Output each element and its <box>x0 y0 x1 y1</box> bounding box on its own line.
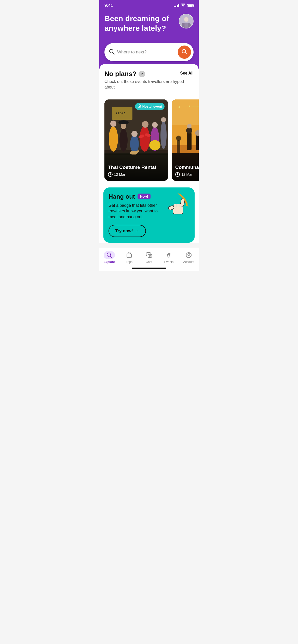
hangout-section: Hang out New! Get a badge that lets othe… <box>103 187 195 243</box>
events-icon <box>165 251 173 259</box>
events-row: 2 FOR 1 <box>99 95 199 185</box>
svg-line-7 <box>113 52 115 54</box>
new-badge: New! <box>138 194 151 199</box>
svg-rect-5 <box>184 23 188 28</box>
svg-point-61 <box>176 136 181 141</box>
nav-label-events: Events <box>164 260 174 264</box>
event-date-1: 12 Mar <box>114 172 125 177</box>
trips-icon <box>125 251 133 259</box>
svg-point-19 <box>118 120 129 124</box>
svg-point-21 <box>131 131 138 137</box>
svg-rect-60 <box>177 140 180 153</box>
nav-item-trips[interactable]: Trips <box>119 251 139 264</box>
status-icons <box>174 4 194 8</box>
clock-icon-2 <box>175 172 180 177</box>
event-date-2: 12 Mar <box>181 172 193 177</box>
try-now-arrow: → <box>135 228 139 233</box>
nav-label-chat: Chat <box>146 260 152 264</box>
hangout-hand-icon <box>167 193 189 219</box>
svg-line-9 <box>185 52 187 54</box>
svg-point-23 <box>142 121 148 128</box>
nav-label-explore: Explore <box>104 260 115 264</box>
hangout-title: Hang out <box>109 193 135 200</box>
event-card-2[interactable]: Communal Dinn 12 Mar <box>172 99 199 181</box>
header: Been dreaming of anywhere lately? <box>99 10 199 43</box>
hangout-title-row: Hang out New! <box>109 193 164 200</box>
account-icon <box>185 251 193 259</box>
svg-point-22 <box>140 126 150 152</box>
no-plans-title: No plans? <box>104 70 137 78</box>
avatar[interactable] <box>179 14 194 28</box>
svg-point-20 <box>130 135 139 153</box>
event-badge-text-1: Hostel event <box>142 105 162 108</box>
svg-point-17 <box>119 129 128 152</box>
search-icon-left <box>109 49 115 56</box>
svg-rect-79 <box>148 254 152 257</box>
nav-label-account: Account <box>183 260 194 264</box>
hangout-content: Hang out New! Get a badge that lets othe… <box>109 193 164 237</box>
card-date-row-1: 12 Mar <box>108 172 165 177</box>
card-date-row-2: 12 Mar <box>175 172 199 177</box>
clock-icon-1 <box>108 172 113 177</box>
nav-item-events[interactable]: Events <box>159 251 179 264</box>
svg-point-33 <box>137 150 139 152</box>
svg-rect-36 <box>139 106 140 107</box>
svg-point-30 <box>161 117 166 122</box>
event-badge-1: Hostel event <box>135 103 165 110</box>
svg-point-46 <box>189 106 190 107</box>
search-button[interactable] <box>178 46 191 59</box>
bottom-nav: Explore Trips Chat <box>99 248 199 271</box>
svg-text:2 FOR 1: 2 FOR 1 <box>116 112 126 115</box>
status-time: 9:41 <box>104 3 113 8</box>
card-overlay-1: Thai Costume Rental 12 Mar <box>104 154 168 181</box>
search-placeholder[interactable]: Where to next? <box>117 50 175 55</box>
svg-point-3 <box>184 17 188 22</box>
svg-point-83 <box>188 253 190 255</box>
page-title: Been dreaming of anywhere lately? <box>104 14 176 33</box>
search-button-icon <box>182 49 187 56</box>
svg-point-45 <box>179 106 180 108</box>
no-plans-header: No plans? ? See All <box>104 70 194 78</box>
svg-point-16 <box>110 121 116 127</box>
svg-rect-50 <box>187 133 192 150</box>
main-content: No plans? ? See All Check out these even… <box>99 64 199 243</box>
battery-icon <box>187 4 194 7</box>
nav-item-chat[interactable]: Chat <box>139 251 159 264</box>
nav-label-trips: Trips <box>126 260 132 264</box>
help-badge[interactable]: ? <box>139 71 145 77</box>
svg-line-74 <box>110 256 112 258</box>
svg-point-29 <box>160 121 167 149</box>
svg-point-52 <box>187 124 192 128</box>
hostel-icon <box>138 104 141 109</box>
nav-item-explore[interactable]: Explore <box>99 251 119 264</box>
svg-point-15 <box>109 126 118 152</box>
explore-icon <box>106 252 112 258</box>
try-now-button[interactable]: Try now! → <box>109 225 146 237</box>
hangout-description: Get a badge that lets other travellers k… <box>109 203 164 220</box>
event-card-1[interactable]: 2 FOR 1 <box>104 99 168 181</box>
explore-icon-bg <box>104 251 115 259</box>
try-now-label: Try now! <box>115 228 133 233</box>
home-indicator <box>132 268 166 269</box>
no-plans-subtitle: Check out these events travellers are hy… <box>104 79 194 90</box>
nav-item-account[interactable]: Account <box>179 251 199 264</box>
no-plans-section: No plans? ? See All Check out these even… <box>99 70 199 95</box>
status-bar: 9:41 <box>99 0 199 10</box>
card-overlay-2: Communal Dinn 12 Mar <box>172 154 199 181</box>
svg-point-28 <box>149 140 160 150</box>
event-title-2: Communal Dinn <box>175 165 199 170</box>
svg-point-27 <box>152 122 158 128</box>
see-all-button[interactable]: See All <box>180 70 194 76</box>
search-bar[interactable]: Where to next? <box>104 43 194 61</box>
signal-icon <box>174 4 179 7</box>
svg-rect-53 <box>196 135 199 150</box>
svg-rect-39 <box>172 99 199 125</box>
event-title-1: Thai Costume Rental <box>108 165 165 170</box>
svg-rect-70 <box>174 204 181 211</box>
svg-rect-75 <box>127 254 131 258</box>
wifi-icon <box>181 4 185 8</box>
chat-icon <box>145 251 153 259</box>
no-plans-title-row: No plans? ? <box>104 70 145 78</box>
